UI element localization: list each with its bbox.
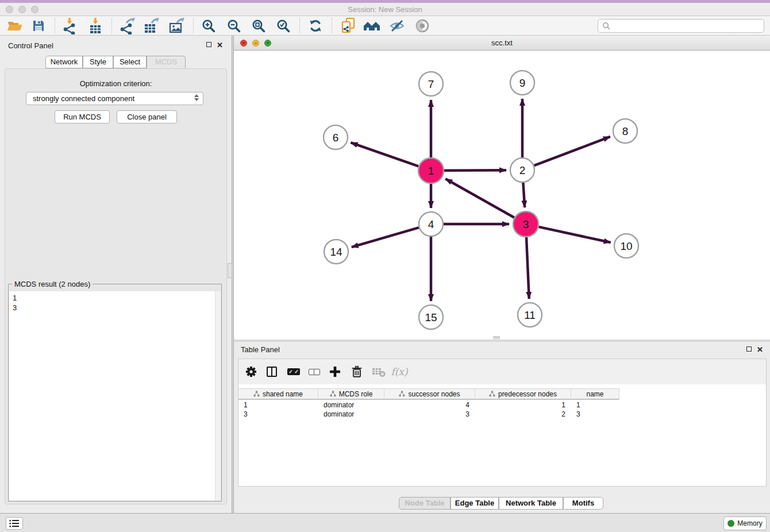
column-header-label: successor nodes bbox=[408, 390, 460, 398]
graph-edge-3-1[interactable] bbox=[445, 179, 514, 217]
graph-node-7[interactable]: 7 bbox=[419, 72, 443, 96]
graph-node-4[interactable]: 4 bbox=[419, 212, 443, 236]
graph-edge-1-2[interactable] bbox=[444, 170, 506, 171]
refresh-icon[interactable] bbox=[304, 17, 327, 35]
split-columns-icon[interactable] bbox=[263, 363, 281, 381]
task-list-button[interactable] bbox=[6, 517, 23, 530]
splitter-grip[interactable] bbox=[228, 263, 232, 278]
table-panel-title: Table Panel bbox=[241, 345, 280, 354]
tab-style[interactable]: Style bbox=[83, 56, 113, 68]
table-cell[interactable]: 3 bbox=[384, 410, 475, 419]
export-table-icon[interactable] bbox=[140, 17, 163, 35]
gear-icon[interactable] bbox=[242, 363, 260, 381]
table-cell[interactable]: 4 bbox=[384, 400, 475, 410]
column-header[interactable]: MCDS role bbox=[318, 389, 384, 400]
close-window-icon[interactable] bbox=[6, 6, 13, 13]
table-cell[interactable]: 1 bbox=[571, 400, 619, 410]
export-image-icon[interactable] bbox=[165, 17, 188, 35]
table-cell[interactable]: 3 bbox=[238, 410, 318, 419]
float-panel-icon[interactable] bbox=[206, 42, 211, 47]
graph-node-3[interactable]: 3 bbox=[513, 211, 538, 237]
memory-button[interactable]: Memory bbox=[723, 516, 767, 530]
graph-node-9[interactable]: 9 bbox=[510, 71, 534, 95]
tab-network[interactable]: Network bbox=[45, 56, 83, 68]
add-row-icon[interactable] bbox=[326, 363, 344, 381]
graph-node-15[interactable]: 15 bbox=[419, 305, 443, 329]
close-panel-button[interactable]: Close panel bbox=[117, 110, 177, 124]
graph-node-10[interactable]: 10 bbox=[614, 234, 638, 258]
tab-select[interactable]: Select bbox=[113, 56, 147, 68]
graph-edge-3-11[interactable] bbox=[526, 237, 529, 299]
show-eye-icon[interactable] bbox=[411, 17, 434, 35]
tab-node-table[interactable]: Node Table bbox=[399, 497, 451, 510]
minimize-window-icon[interactable] bbox=[18, 6, 26, 13]
mcds-result-textarea[interactable]: 1 3 bbox=[9, 291, 221, 500]
network-minimize-icon[interactable]: − bbox=[252, 40, 259, 47]
column-header[interactable]: predecessor nodes bbox=[475, 389, 571, 400]
main-titlebar: Session: New Session bbox=[0, 3, 770, 16]
close-panel-icon[interactable]: ✕ bbox=[217, 43, 223, 48]
zoom-out-icon[interactable] bbox=[222, 17, 245, 35]
zoom-selected-icon[interactable] bbox=[272, 17, 295, 35]
mcds-result-group: MCDS result (2 nodes) 1 3 bbox=[8, 284, 222, 502]
network-close-icon[interactable]: × bbox=[240, 40, 247, 47]
table-content: ✓✓ f(x) shared nameMCDS rolesuccessor no… bbox=[238, 358, 767, 487]
tab-edge-table[interactable]: Edge Table bbox=[451, 497, 499, 510]
function-builder-icon[interactable]: f(x) bbox=[390, 363, 409, 381]
graph-edge-4-14[interactable] bbox=[352, 228, 419, 247]
table-cell[interactable]: 1 bbox=[238, 400, 318, 410]
table-row[interactable]: 1dominator411 bbox=[238, 400, 619, 410]
graph-edge-3-10[interactable] bbox=[538, 227, 610, 242]
graph-edge-1-6[interactable] bbox=[351, 142, 418, 166]
home-icon[interactable] bbox=[361, 17, 384, 35]
zoom-in-icon[interactable] bbox=[197, 17, 220, 35]
graph-node-6[interactable]: 6 bbox=[324, 125, 348, 149]
graph-edge-2-8[interactable] bbox=[534, 137, 610, 165]
graph-node-8[interactable]: 8 bbox=[613, 119, 637, 143]
hide-eye-icon[interactable] bbox=[386, 17, 409, 35]
svg-text:10: 10 bbox=[620, 240, 632, 252]
table-cell[interactable]: 3 bbox=[571, 410, 619, 419]
graph-node-1[interactable]: 1 bbox=[418, 158, 444, 183]
delete-row-icon[interactable] bbox=[348, 363, 366, 381]
network-maximize-icon[interactable]: + bbox=[264, 40, 271, 47]
result-scrollbar[interactable] bbox=[215, 291, 221, 500]
select-all-checks-icon[interactable]: ✓✓ bbox=[284, 363, 303, 381]
network-canvas[interactable]: 7968124314101511 bbox=[234, 51, 770, 340]
criterion-select[interactable]: strongly connected component bbox=[26, 92, 203, 105]
column-header-label: shared name bbox=[263, 390, 303, 398]
graph-edge-2-3[interactable] bbox=[523, 183, 525, 207]
graph-node-11[interactable]: 11 bbox=[518, 303, 542, 327]
tab-network-table[interactable]: Network Table bbox=[499, 497, 563, 510]
clone-network-icon[interactable] bbox=[337, 17, 360, 35]
table-row[interactable]: 3dominator323 bbox=[238, 410, 619, 419]
zoom-window-icon[interactable] bbox=[31, 6, 38, 13]
session-title: Session: New Session bbox=[0, 5, 770, 14]
search-input[interactable] bbox=[611, 20, 764, 32]
search-field[interactable] bbox=[598, 19, 764, 33]
table-close-icon[interactable]: ✕ bbox=[757, 347, 763, 353]
open-folder-icon[interactable] bbox=[3, 17, 26, 35]
save-icon[interactable] bbox=[27, 17, 50, 35]
table-cell[interactable]: 2 bbox=[475, 410, 571, 419]
table-cell[interactable]: dominator bbox=[318, 400, 384, 410]
run-mcds-button[interactable]: Run MCDS bbox=[55, 110, 110, 124]
deselect-checks-icon[interactable] bbox=[305, 363, 324, 381]
graph-node-14[interactable]: 14 bbox=[324, 240, 348, 264]
network-resize-grip[interactable] bbox=[493, 336, 500, 339]
svg-text:3: 3 bbox=[523, 218, 529, 230]
tab-motifs[interactable]: Motifs bbox=[563, 497, 603, 510]
table-float-icon[interactable] bbox=[746, 346, 752, 352]
column-header[interactable]: name bbox=[571, 389, 619, 400]
column-header[interactable]: successor nodes bbox=[384, 389, 475, 400]
graph-node-2[interactable]: 2 bbox=[510, 158, 534, 182]
column-header[interactable]: shared name bbox=[238, 389, 318, 400]
table-cell[interactable]: 1 bbox=[475, 400, 571, 410]
delete-table-icon[interactable] bbox=[369, 363, 388, 381]
table-cell[interactable]: dominator bbox=[318, 410, 384, 419]
import-table-icon[interactable] bbox=[84, 17, 107, 35]
import-network-icon[interactable] bbox=[59, 17, 82, 35]
zoom-fit-icon[interactable] bbox=[247, 17, 270, 35]
export-network-icon[interactable] bbox=[116, 17, 138, 35]
tab-mcds[interactable]: MCDS bbox=[147, 56, 186, 68]
